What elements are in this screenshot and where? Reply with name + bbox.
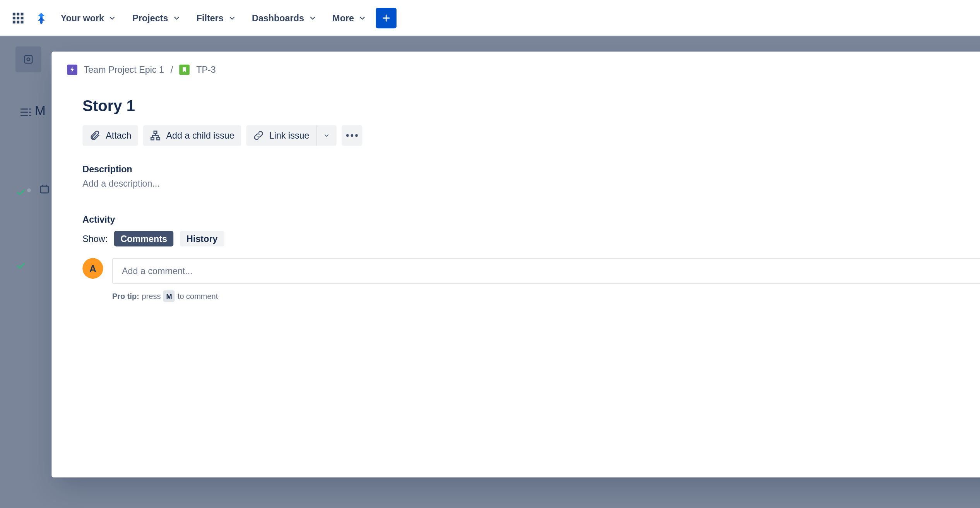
breadcrumb-separator: / [171,65,173,75]
nav-your-work[interactable]: Your work [54,9,123,27]
issue-main-column: Story 1 Attach Add a child issue [82,94,980,462]
svg-rect-3 [13,16,15,19]
create-button[interactable] [376,7,397,28]
link-issue-dropdown[interactable] [316,125,336,146]
chevron-down-icon [108,13,117,22]
svg-rect-0 [13,12,15,15]
activity-show-label: Show: [82,233,108,244]
svg-point-14 [27,58,30,61]
issue-action-row: Attach Add a child issue Link issue [82,125,980,146]
nav-projects-label: Projects [132,12,168,23]
nav-your-work-label: Your work [61,12,104,23]
bg-date-icon [39,183,50,197]
svg-rect-4 [17,16,19,19]
bg-toolbar-icon [15,46,41,72]
comment-input[interactable]: Add a comment... [112,258,980,284]
nav-more-label: More [332,12,354,23]
svg-rect-2 [21,12,24,15]
svg-rect-5 [21,16,24,19]
link-issue-button[interactable]: Link issue [246,125,316,146]
hierarchy-icon [149,130,161,141]
nav-filters[interactable]: Filters [190,9,243,27]
issue-modal: Team Project Epic 1 / TP-3 1 [51,51,980,477]
svg-rect-7 [17,21,19,23]
nav-dashboards[interactable]: Dashboards [245,9,323,27]
chevron-down-icon [358,13,367,22]
svg-rect-13 [24,55,32,63]
issue-more-actions-button[interactable] [342,125,362,146]
chevron-down-icon [227,13,236,22]
description-input[interactable]: Add a description... [82,178,980,189]
nav-more[interactable]: More [326,9,373,27]
link-icon [252,130,264,141]
comment-avatar: A [82,258,103,279]
nav-dashboards-label: Dashboards [252,12,304,23]
breadcrumb-epic-link[interactable]: Team Project Epic 1 [84,65,164,75]
attach-button[interactable]: Attach [82,125,138,146]
top-nav: Your work Projects Filters Dashboards Mo… [0,0,980,36]
add-child-label: Add a child issue [166,130,234,141]
tab-comments[interactable]: Comments [114,231,174,247]
tab-history[interactable]: History [180,231,224,247]
breadcrumb: Team Project Epic 1 / TP-3 [67,65,215,75]
modal-header: Team Project Epic 1 / TP-3 1 [51,51,980,88]
svg-rect-29 [154,131,156,134]
jira-logo-icon[interactable] [31,7,51,28]
bg-dot [27,189,31,192]
more-icon [346,130,358,141]
attach-icon [89,130,101,141]
svg-point-32 [346,134,349,137]
bg-check-icon [15,261,26,273]
issue-title[interactable]: Story 1 [82,97,980,115]
story-icon [180,65,190,75]
chevron-down-icon [308,13,317,22]
svg-rect-6 [13,21,15,23]
app-switcher-icon[interactable] [8,7,28,28]
svg-rect-1 [17,12,19,15]
svg-rect-19 [41,186,48,193]
activity-heading: Activity [82,214,980,225]
nav-filters-label: Filters [197,12,224,23]
svg-point-34 [355,134,358,137]
link-issue-label: Link issue [269,130,310,141]
bg-text-m: M [35,103,46,118]
svg-rect-31 [157,137,159,140]
plus-icon [381,12,392,23]
bg-check-icon [15,187,26,200]
description-label: Description [82,164,980,174]
bg-sidebar-icon [19,106,32,121]
epic-icon [67,65,77,75]
activity-filter-row: Show: Comments History [82,231,224,247]
pro-tip: Pro tip: press M to comment [112,290,980,302]
svg-rect-30 [151,137,154,140]
svg-rect-8 [21,21,24,23]
attach-label: Attach [106,130,131,141]
kbd-m: M [163,290,175,302]
chevron-down-icon [172,13,181,22]
chevron-down-icon [323,130,330,141]
add-child-issue-button[interactable]: Add a child issue [143,125,241,146]
breadcrumb-key-link[interactable]: TP-3 [196,65,216,75]
nav-projects[interactable]: Projects [126,9,188,27]
svg-point-33 [351,134,353,137]
